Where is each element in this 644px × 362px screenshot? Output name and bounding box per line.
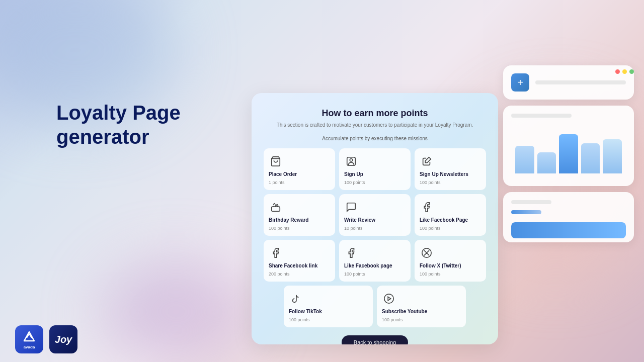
review-icon — [344, 200, 358, 214]
placeholder-bar — [535, 80, 626, 84]
mission-share-facebook-link[interactable]: Share Facebook link 200 points — [264, 240, 335, 282]
mission-points: 10 points — [344, 226, 406, 231]
mission-points: 100 points — [344, 180, 406, 185]
mission-like-facebook-page-2[interactable]: Like Facebook page 100 points — [339, 240, 411, 282]
mission-like-facebook-page[interactable]: Like Facebook Page 100 points — [415, 194, 486, 236]
svg-point-5 — [384, 294, 393, 303]
mission-birthday-reward[interactable]: Birthday Reward 100 points — [264, 194, 335, 236]
avada-logo[interactable]: avada — [15, 325, 43, 353]
maximize-dot — [629, 69, 634, 74]
mission-sign-up[interactable]: Sign Up 100 points — [339, 148, 411, 190]
add-icon[interactable]: + — [511, 73, 529, 92]
chart-widget — [503, 106, 634, 186]
bottom-logos: avada Joy — [15, 325, 77, 353]
svg-marker-6 — [388, 297, 391, 300]
svg-rect-3 — [272, 207, 280, 211]
chart-title-placeholder — [511, 114, 572, 118]
missions-grid-top: Place Order 1 points Sign Up 100 points — [264, 148, 486, 282]
mission-points: 100 points — [289, 317, 368, 322]
twitter-x-icon — [420, 246, 434, 260]
mission-name: Place Order — [269, 171, 330, 177]
mission-name: Sign Up — [344, 171, 406, 177]
widget-bottom-bar1 — [511, 200, 551, 204]
chart-bar-3 — [559, 134, 578, 173]
chart-bar-1 — [515, 146, 534, 173]
chart-bar-2 — [537, 152, 556, 173]
widget-bottom-action-button[interactable] — [511, 222, 626, 238]
mission-name: Like Facebook Page — [420, 217, 481, 223]
widget-add-item: + — [503, 65, 634, 100]
mission-points: 100 points — [382, 317, 461, 322]
mission-name: Share Facebook link — [269, 263, 330, 268]
chart-bar-4 — [581, 143, 600, 173]
facebook-icon — [420, 200, 434, 214]
loyalty-title: How to earn more points — [264, 108, 486, 119]
close-dot — [615, 69, 620, 74]
window-dots — [615, 69, 634, 74]
mission-subscribe-youtube[interactable]: Subscribe Youtube 100 points — [377, 286, 466, 327]
mission-points: 100 points — [344, 272, 406, 277]
mission-write-review[interactable]: Write Review 10 points — [339, 194, 411, 236]
loyalty-card: How to earn more points This section is … — [252, 93, 498, 344]
mission-follow-tiktok[interactable]: Follow TikTok 100 points — [284, 286, 373, 327]
svg-point-2 — [350, 159, 353, 162]
facebook-share-icon — [269, 246, 283, 260]
mission-points: 1 points — [269, 180, 330, 185]
page-title: Loyalty Page generator — [56, 101, 232, 149]
joy-logo[interactable]: Joy — [49, 325, 77, 353]
mission-name: Write Review — [344, 217, 406, 223]
mission-points: 100 points — [269, 226, 330, 231]
mission-sign-up-newsletters[interactable]: Sign Up Newsletters 100 points — [415, 148, 486, 190]
minimize-dot — [622, 69, 627, 74]
person-icon — [344, 154, 358, 168]
mission-name: Follow X (Twitter) — [420, 263, 481, 268]
mission-name: Subscribe Youtube — [382, 309, 461, 314]
chart-bar-5 — [603, 139, 622, 173]
newsletter-icon — [420, 154, 434, 168]
mission-points: 100 points — [420, 226, 481, 231]
tiktok-icon — [289, 292, 303, 306]
mission-follow-twitter[interactable]: Follow X (Twitter) 100 points — [415, 240, 486, 282]
chart-bars — [511, 126, 626, 173]
mission-name: Like Facebook page — [344, 263, 406, 268]
mission-name: Sign Up Newsletters — [420, 171, 481, 177]
back-to-shopping-button[interactable]: Back to shopping — [342, 335, 408, 344]
mission-place-order[interactable]: Place Order 1 points — [264, 148, 335, 190]
facebook-like-icon — [344, 246, 358, 260]
mission-points: 200 points — [269, 272, 330, 277]
right-panel: + — [503, 65, 634, 242]
youtube-icon — [382, 292, 396, 306]
mission-points: 100 points — [420, 180, 481, 185]
cart-icon — [269, 154, 283, 168]
avada-icon — [22, 330, 36, 344]
mission-name: Birthday Reward — [269, 217, 330, 223]
mission-points: 100 points — [420, 272, 481, 277]
mission-name: Follow TikTok — [289, 309, 368, 314]
avada-label: avada — [24, 345, 35, 349]
widget-bottom — [503, 192, 634, 242]
loyalty-subtitle: This section is crafted to motivate your… — [264, 122, 486, 129]
background-blob-3 — [101, 261, 252, 362]
widget-bottom-bar2 — [511, 210, 541, 214]
accumulate-text: Accumulate points by executing these mis… — [264, 136, 486, 141]
birthday-icon — [269, 200, 283, 214]
joy-label: Joy — [55, 334, 72, 345]
missions-grid-bottom: Follow TikTok 100 points Subscribe Youtu… — [284, 286, 466, 327]
